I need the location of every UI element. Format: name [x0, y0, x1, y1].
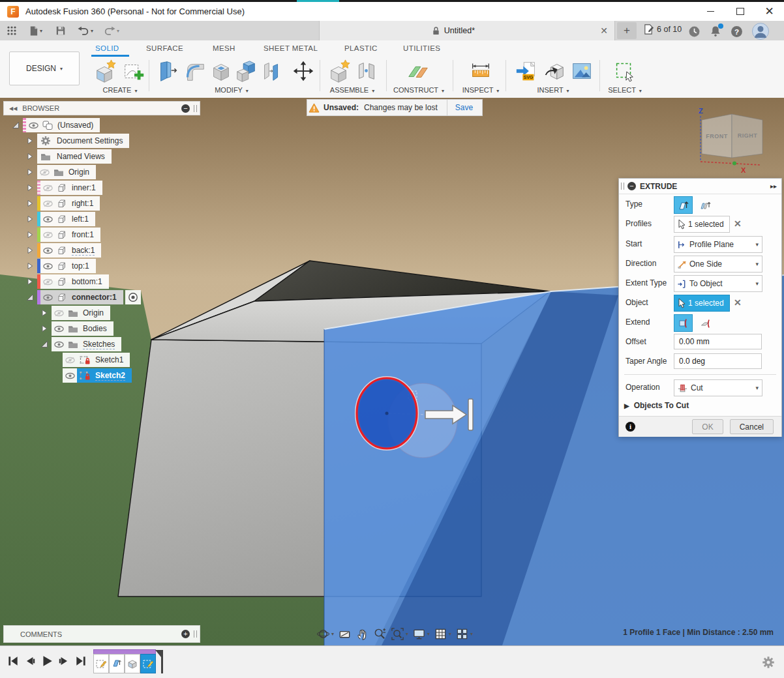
- browser-collapse-icon[interactable]: ◀◀: [9, 106, 17, 111]
- expander-expanded-icon[interactable]: [12, 121, 20, 129]
- tab-utilities[interactable]: UTILITIES: [403, 44, 440, 52]
- timeline-go-to-end-button[interactable]: [74, 655, 87, 668]
- eye-off-icon[interactable]: [65, 357, 76, 364]
- profiles-selection-button[interactable]: 1 selected: [674, 216, 730, 233]
- fit-button[interactable]: ▾: [389, 627, 410, 641]
- tree-row-bodies[interactable]: Bodies: [40, 321, 113, 336]
- orbit-button[interactable]: ▾: [314, 627, 336, 641]
- press-pull-icon[interactable]: [155, 59, 180, 83]
- comments-grip[interactable]: [194, 630, 197, 638]
- combine-icon[interactable]: [234, 59, 258, 83]
- tab-mesh[interactable]: MESH: [213, 44, 235, 52]
- create-solid-icon[interactable]: [93, 59, 117, 83]
- expander-expanded-icon[interactable]: [40, 340, 48, 348]
- timeline-settings-gear-icon[interactable]: [762, 656, 775, 669]
- expander-collapsed-icon[interactable]: [40, 325, 48, 332]
- object-clear-icon[interactable]: ✕: [734, 297, 742, 308]
- cancel-button[interactable]: Cancel: [730, 419, 774, 434]
- eye-off-icon[interactable]: [39, 169, 50, 176]
- eye-off-icon[interactable]: [42, 278, 53, 286]
- display-settings-button[interactable]: ▾: [410, 627, 432, 641]
- timeline-feature-sketch2-active[interactable]: [140, 654, 156, 673]
- dialog-minimize-icon[interactable]: −: [627, 182, 636, 190]
- tree-row-root[interactable]: (Unsaved): [12, 118, 100, 132]
- eye-off-icon[interactable]: [42, 184, 53, 192]
- eye-icon[interactable]: [42, 294, 53, 301]
- document-tab[interactable]: Untitled* ✕: [319, 21, 615, 40]
- workspace-switcher[interactable]: DESIGN▾: [9, 52, 80, 85]
- tree-row-named-views[interactable]: Named Views: [26, 149, 112, 164]
- tab-close-icon[interactable]: ✕: [600, 25, 608, 36]
- joint-icon[interactable]: [354, 59, 379, 83]
- tree-row-sketches[interactable]: Sketches: [40, 337, 121, 351]
- grid-settings-button[interactable]: ▾: [432, 627, 453, 641]
- expander-collapsed-icon[interactable]: [26, 231, 34, 239]
- undo-button[interactable]: ▾: [75, 23, 96, 38]
- group-construct[interactable]: CONSTRUCT ▾: [393, 86, 444, 94]
- tree-row-right[interactable]: right:1: [26, 196, 100, 211]
- timeline-play-button[interactable]: [40, 655, 53, 668]
- tab-surface[interactable]: SURFACE: [146, 44, 183, 52]
- app-grid-icon[interactable]: [4, 23, 20, 38]
- new-component-icon[interactable]: [327, 59, 352, 83]
- comments-expand-icon[interactable]: +: [181, 630, 190, 638]
- tree-row-inner[interactable]: inner:1: [26, 181, 102, 195]
- objects-to-cut-section[interactable]: ▶Objects To Cut: [624, 401, 689, 410]
- create-sketch-icon[interactable]: [121, 59, 146, 83]
- tab-plastic[interactable]: PLASTIC: [344, 44, 378, 52]
- expander-collapsed-icon[interactable]: [26, 168, 34, 176]
- tree-row-origin[interactable]: Origin: [26, 165, 96, 179]
- look-at-button[interactable]: [336, 627, 354, 641]
- fillet-icon[interactable]: [182, 59, 207, 83]
- extend-faces-button[interactable]: [674, 314, 693, 332]
- direction-dropdown[interactable]: One Side▾: [674, 256, 762, 273]
- type-extrude-button[interactable]: [674, 196, 693, 214]
- expander-collapsed-icon[interactable]: [26, 137, 34, 145]
- insert-canvas-icon[interactable]: [569, 59, 594, 83]
- tree-row-sketch1[interactable]: Sketch1: [63, 353, 130, 367]
- eye-icon[interactable]: [42, 247, 53, 254]
- taper-angle-input[interactable]: 0.0 deg: [674, 353, 762, 369]
- pan-button[interactable]: [354, 627, 371, 641]
- eye-icon[interactable]: [53, 325, 65, 332]
- insert-svg-icon[interactable]: [515, 59, 539, 83]
- activate-component-radio[interactable]: [125, 290, 141, 304]
- tree-row-front[interactable]: front:1: [26, 228, 100, 242]
- expander-collapsed-icon[interactable]: [40, 309, 48, 317]
- tree-row-document-settings[interactable]: Document Settings: [26, 134, 129, 148]
- object-selection-button[interactable]: 1 selected: [674, 295, 730, 312]
- dialog-header[interactable]: − EXTRUDE ▸▸: [619, 179, 781, 194]
- file-menu-button[interactable]: ▾: [26, 23, 45, 38]
- operation-dropdown[interactable]: Cut▾: [674, 379, 762, 396]
- zoom-button[interactable]: [371, 627, 389, 641]
- save-button[interactable]: [53, 23, 68, 38]
- select-tool-icon[interactable]: [612, 59, 637, 83]
- expander-collapsed-icon[interactable]: [26, 246, 34, 254]
- eye-off-icon[interactable]: [42, 200, 53, 207]
- profile-circle[interactable]: [357, 378, 417, 449]
- info-icon[interactable]: i: [626, 422, 635, 432]
- expander-expanded-icon[interactable]: [26, 293, 34, 301]
- minimize-button[interactable]: [696, 2, 725, 21]
- expander-collapsed-icon[interactable]: [26, 153, 34, 160]
- save-link[interactable]: Save: [455, 103, 473, 112]
- eye-icon[interactable]: [42, 263, 53, 270]
- browser-header[interactable]: ◀◀ BROWSER −: [3, 101, 200, 115]
- eye-icon[interactable]: [42, 216, 53, 223]
- construct-plane-icon[interactable]: [406, 59, 430, 83]
- documents-counter[interactable]: 6 of 10: [643, 23, 682, 35]
- timeline-step-forward-button[interactable]: [57, 655, 70, 668]
- group-create[interactable]: CREATE ▾: [103, 86, 138, 94]
- group-select[interactable]: SELECT ▾: [608, 86, 642, 94]
- browser-minimize-icon[interactable]: −: [181, 104, 190, 113]
- expander-collapsed-icon[interactable]: [26, 278, 34, 286]
- ok-button[interactable]: OK: [692, 419, 723, 434]
- close-button[interactable]: ✕: [755, 2, 784, 21]
- tree-row-connector[interactable]: connector:1: [26, 290, 141, 304]
- expander-collapsed-icon[interactable]: [26, 215, 34, 223]
- shell-icon[interactable]: [209, 59, 234, 83]
- history-clock-icon[interactable]: [688, 25, 701, 40]
- timeline-feature-extrude[interactable]: [109, 654, 125, 673]
- expander-collapsed-icon[interactable]: [26, 199, 34, 207]
- tree-row-left[interactable]: left:1: [26, 212, 95, 226]
